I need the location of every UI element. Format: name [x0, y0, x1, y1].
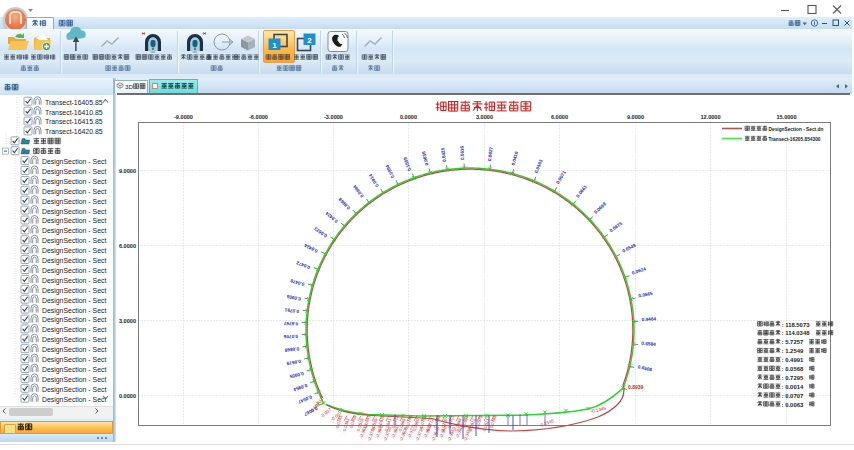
svg-text:3D: 3D: [125, 83, 133, 90]
